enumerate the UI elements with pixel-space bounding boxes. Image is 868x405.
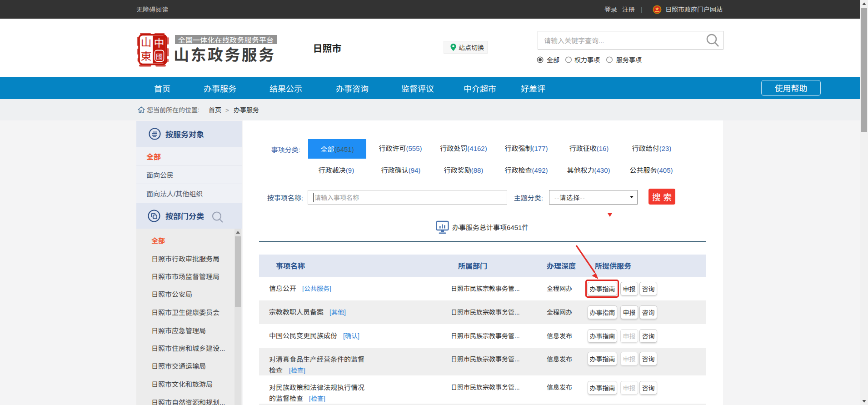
svg-text:國: 國	[156, 51, 163, 61]
svg-text:東: 東	[141, 47, 152, 63]
svg-text:中: 中	[154, 35, 165, 50]
